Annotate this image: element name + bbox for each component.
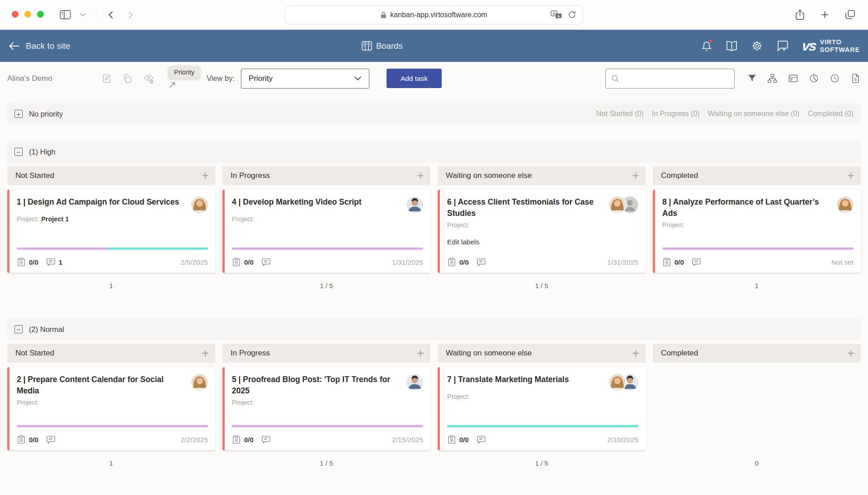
edit-icon[interactable] (101, 73, 112, 84)
task-card[interactable]: 6 | Access Client Testimonials for Case … (438, 190, 646, 273)
task-card[interactable]: 2 | Prepare Content Calendar for Social … (7, 367, 215, 450)
expand-toggle[interactable]: + (14, 110, 23, 118)
comment-icon (261, 258, 271, 266)
status-count: Not Started (0) (596, 110, 644, 118)
checklist-count: 0/0 (29, 258, 38, 266)
add-card-button[interactable]: + (202, 170, 209, 182)
add-card-button[interactable]: + (847, 170, 854, 182)
add-card-button[interactable]: + (632, 170, 639, 182)
search-input[interactable] (623, 74, 729, 83)
comment-icon (46, 435, 56, 444)
task-card[interactable]: 5 | Proofread Blog Post: 'Top IT Trends … (222, 367, 430, 450)
collapse-toggle[interactable]: − (14, 325, 23, 333)
new-tab-icon[interactable] (820, 10, 830, 19)
lock-icon (381, 11, 387, 19)
feedback-button[interactable] (776, 40, 788, 51)
assignee-avatars (191, 374, 208, 397)
card-list: 4 | Develop Marketing Video ScriptProjec… (222, 190, 430, 273)
column-not-started: Not Started+1 | Design Ad Campaign for C… (7, 166, 215, 292)
close-window-button[interactable] (12, 11, 19, 18)
collapse-toggle[interactable]: − (14, 148, 23, 156)
board-content: +No priorityNot Started (0)In Progress (… (0, 95, 868, 495)
status-count: Waiting on someone else (0) (708, 110, 800, 118)
assignee-avatars (609, 196, 638, 219)
progress-bar (232, 425, 423, 427)
minimize-window-button[interactable] (24, 11, 31, 18)
browser-chrome: kanban-app.virtosoftware.com Aa (0, 0, 868, 30)
project-label: Project: (447, 393, 469, 400)
sidebar-chevron-icon[interactable] (80, 13, 86, 17)
visibility-icon[interactable] (143, 73, 154, 84)
board-tools (101, 73, 154, 84)
assignee-avatars (191, 196, 208, 213)
card-footer: 0/012/5/2025 (17, 257, 208, 267)
checklist-count: 0/0 (459, 258, 469, 266)
chevron-down-icon (354, 76, 362, 81)
back-to-site-link[interactable]: Back to site (8, 41, 70, 51)
address-bar[interactable]: kanban-app.virtosoftware.com Aa (285, 5, 583, 24)
column-not-started: Not Started+2 | Prepare Content Calendar… (7, 344, 215, 470)
svg-text:a: a (557, 14, 560, 18)
card-view-icon[interactable] (788, 73, 798, 84)
card-title: 8 | Analyze Performance of Last Quarter’… (662, 196, 832, 219)
task-card[interactable]: 4 | Develop Marketing Video ScriptProjec… (222, 190, 430, 273)
chart-icon[interactable] (809, 73, 819, 84)
task-card[interactable]: 1 | Design Ad Campaign for Cloud Service… (7, 190, 215, 273)
translate-icon[interactable]: Aa (551, 10, 562, 19)
add-card-button[interactable]: + (847, 347, 854, 360)
card-title: 1 | Design Ad Campaign for Cloud Service… (17, 196, 187, 213)
hierarchy-icon[interactable] (767, 73, 778, 84)
documentation-button[interactable] (726, 41, 738, 51)
checklist-count: 0/0 (244, 436, 254, 444)
fullscreen-window-button[interactable] (37, 11, 44, 18)
add-card-button[interactable]: + (202, 347, 209, 360)
section-header: −(1) High (7, 141, 861, 163)
avatar-woman (191, 196, 208, 213)
back-icon[interactable] (106, 10, 116, 20)
copy-icon[interactable] (122, 73, 133, 84)
task-card[interactable]: 8 | Analyze Performance of Last Quarter’… (653, 190, 861, 273)
add-card-button[interactable]: + (417, 347, 424, 360)
back-to-site-label: Back to site (26, 41, 70, 51)
due-date: 2/5/2025 (181, 258, 208, 266)
column-completed: Completed+0 (653, 344, 861, 470)
column-pagination: 1 (653, 273, 861, 292)
board-toolbar: Alina's Demo Priority View by: Priority … (0, 62, 868, 95)
card-title: 5 | Proofread Blog Post: 'Top IT Trends … (232, 374, 402, 397)
tab-overview-icon[interactable] (845, 9, 855, 20)
browser-actions (795, 9, 855, 20)
assignee-avatars (406, 196, 423, 213)
add-card-button[interactable]: + (417, 170, 424, 182)
project-label: Project: (662, 221, 684, 229)
avatar-woman (191, 374, 208, 391)
project-row: Project: (17, 399, 208, 406)
sidebar-toggle-icon[interactable] (60, 10, 71, 19)
add-card-button[interactable]: + (632, 347, 639, 360)
forward-icon[interactable] (125, 10, 135, 20)
search-box[interactable] (605, 69, 735, 89)
priority-section-no-priority: +No priorityNot Started (0)In Progress (… (7, 103, 861, 125)
export-document-icon[interactable] (850, 73, 861, 84)
add-task-button[interactable]: Add task (387, 69, 442, 88)
filter-icon[interactable] (747, 74, 757, 83)
progress-segment (108, 248, 208, 250)
checklist-icon (232, 257, 241, 267)
notifications-button[interactable] (701, 40, 712, 52)
edit-labels-link[interactable]: Edit labels (447, 238, 638, 246)
card-header: 5 | Proofread Blog Post: 'Top IT Trends … (232, 374, 423, 397)
reload-icon[interactable] (568, 10, 576, 19)
view-by-label: View by: (207, 74, 235, 83)
history-icon[interactable] (830, 73, 840, 84)
column-title: Completed (661, 171, 698, 180)
progress-bar (232, 248, 423, 250)
priority-section-2-normal: −(2) NormalNot Started+2 | Prepare Conte… (7, 318, 861, 470)
settings-button[interactable] (751, 40, 763, 51)
window-controls (12, 11, 44, 18)
column-header: Completed+ (653, 344, 861, 363)
boards-nav-item[interactable]: Boards (362, 41, 403, 51)
checklist-count: 0/0 (675, 258, 684, 266)
card-header: 4 | Develop Marketing Video Script (232, 196, 423, 213)
view-by-select[interactable]: Priority (241, 69, 369, 89)
share-icon[interactable] (795, 9, 805, 20)
task-card[interactable]: 7 | Translate Marketing MaterialsProject… (438, 367, 646, 450)
